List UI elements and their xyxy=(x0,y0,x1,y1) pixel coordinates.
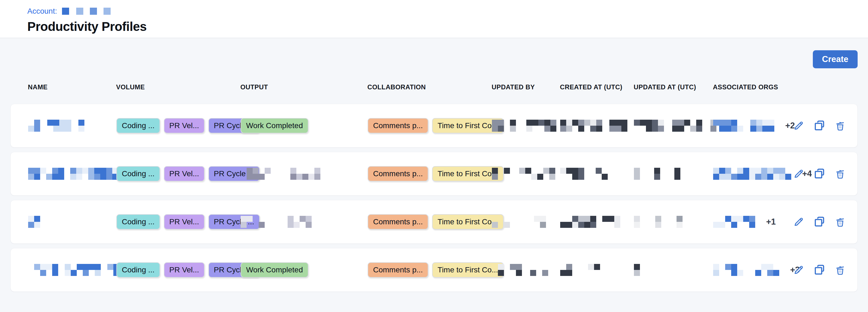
page-header: Account: Productivity Profiles xyxy=(0,0,868,38)
output-cell: Work Completed xyxy=(241,262,368,278)
updated-by-cell xyxy=(492,120,560,132)
updated-at-cell xyxy=(634,264,713,276)
delete-button[interactable] xyxy=(834,119,846,132)
badge-coding: Coding ... xyxy=(116,166,160,181)
table-body: Coding ...PR Vel...PR Cycle ...Work Comp… xyxy=(10,104,858,292)
updated-by-redacted xyxy=(492,120,556,132)
profile-name-link-redacted[interactable] xyxy=(28,216,40,228)
pencil-icon xyxy=(792,263,805,276)
column-header-name: NAME xyxy=(28,83,116,91)
name-cell xyxy=(28,120,116,132)
table-header: NAMEVOLUMEOUTPUTCOLLABORATIONUPDATED BYC… xyxy=(10,83,858,91)
trash-icon xyxy=(834,119,846,132)
badge-coding: Coding ... xyxy=(116,262,160,278)
badge-comments: Comments p... xyxy=(368,118,428,133)
actions-cell xyxy=(783,216,846,228)
created-at-redacted xyxy=(560,120,627,132)
table-row: Coding ...PR Vel...PR Cycle ...Comments … xyxy=(10,200,858,244)
updated-by-redacted xyxy=(492,216,546,228)
associated-orgs-cell: +3 xyxy=(713,264,783,276)
edit-button[interactable] xyxy=(792,167,805,180)
associated-orgs-more-count: +1 xyxy=(766,217,776,227)
badge-comments: Comments p... xyxy=(368,166,428,181)
created-at-redacted xyxy=(560,168,608,180)
updated-at-cell xyxy=(634,168,713,180)
badge-comments: Comments p... xyxy=(368,262,428,278)
actions-cell xyxy=(783,167,846,180)
page-title: Productivity Profiles xyxy=(27,19,868,34)
output-redacted xyxy=(241,168,320,180)
column-header-created-at-utc: CREATED AT (UTC) xyxy=(560,83,634,91)
updated-at-redacted xyxy=(634,168,680,180)
badge-coding: Coding ... xyxy=(116,214,160,229)
associated-orgs-redacted xyxy=(713,120,774,132)
actions-cell xyxy=(783,119,846,132)
copy-icon xyxy=(813,216,826,228)
associated-orgs-cell: +2 xyxy=(713,120,783,132)
delete-button[interactable] xyxy=(834,216,846,228)
profile-name-link-redacted[interactable] xyxy=(28,168,118,180)
updated-at-redacted xyxy=(634,120,716,132)
created-at-cell xyxy=(560,168,634,180)
create-button[interactable]: Create xyxy=(813,50,858,68)
badge-pr-velocity: PR Vel... xyxy=(164,214,205,229)
badge-pr-velocity: PR Vel... xyxy=(164,118,205,133)
updated-at-redacted xyxy=(634,264,640,276)
toolbar: Create xyxy=(10,38,858,68)
updated-by-cell xyxy=(492,264,560,276)
associated-orgs-cell: +1 xyxy=(713,216,783,228)
created-at-cell xyxy=(560,120,634,132)
badge-comments: Comments p... xyxy=(368,214,428,229)
created-at-cell xyxy=(560,216,634,228)
name-cell xyxy=(28,264,116,276)
column-header-volume: VOLUME xyxy=(116,83,240,91)
volume-cell: Coding ...PR Vel...PR Cycle ... xyxy=(116,214,241,229)
edit-button[interactable] xyxy=(792,216,805,228)
duplicate-button[interactable] xyxy=(813,167,826,180)
badge-work-completed: Work Completed xyxy=(241,262,308,278)
trash-icon xyxy=(834,216,846,228)
updated-by-redacted xyxy=(492,168,555,180)
main-content: Create NAMEVOLUMEOUTPUTCOLLABORATIONUPDA… xyxy=(0,38,868,292)
collaboration-cell: Comments p...Time to First Co... xyxy=(368,166,492,181)
badge-work-completed: Work Completed xyxy=(241,118,308,133)
duplicate-button[interactable] xyxy=(813,216,826,228)
edit-button[interactable] xyxy=(792,263,805,276)
associated-orgs-cell: +4 xyxy=(713,168,783,180)
account-link[interactable]: Account: xyxy=(27,7,57,15)
pencil-icon xyxy=(792,167,805,180)
updated-at-cell xyxy=(634,120,713,132)
column-header-collaboration: COLLABORATION xyxy=(367,83,492,91)
name-cell xyxy=(28,168,116,180)
duplicate-button[interactable] xyxy=(813,119,826,132)
copy-icon xyxy=(813,263,826,276)
pencil-icon xyxy=(792,216,805,228)
updated-at-cell xyxy=(634,216,713,228)
output-cell: Work Completed xyxy=(241,118,368,133)
updated-by-cell xyxy=(492,168,560,180)
volume-cell: Coding ...PR Vel...PR Cycle ... xyxy=(116,262,241,278)
badge-pr-velocity: PR Vel... xyxy=(164,166,205,181)
account-name-redacted[interactable] xyxy=(62,8,111,15)
badge-pr-velocity: PR Vel... xyxy=(164,262,205,278)
duplicate-button[interactable] xyxy=(813,263,826,276)
created-at-redacted xyxy=(560,216,620,228)
volume-cell: Coding ...PR Vel...PR Cycle ... xyxy=(116,118,241,133)
associated-orgs-redacted xyxy=(713,216,755,228)
pencil-icon xyxy=(792,119,805,132)
table-row: Coding ...PR Vel...PR Cycle ...Work Comp… xyxy=(10,248,858,292)
delete-button[interactable] xyxy=(834,263,846,276)
profile-name-link-redacted[interactable] xyxy=(28,120,90,132)
collaboration-cell: Comments p...Time to First Co... xyxy=(368,262,492,278)
updated-by-redacted xyxy=(492,264,548,276)
associated-orgs-redacted xyxy=(713,168,791,180)
created-at-cell xyxy=(560,264,634,276)
edit-button[interactable] xyxy=(792,119,805,132)
delete-button[interactable] xyxy=(834,167,846,180)
updated-at-redacted xyxy=(634,216,683,228)
volume-cell: Coding ...PR Vel...PR Cycle ... xyxy=(116,166,241,181)
created-at-redacted xyxy=(560,264,600,276)
table-row: Coding ...PR Vel...PR Cycle ...Comments … xyxy=(10,152,858,196)
output-cell xyxy=(241,216,368,228)
account-breadcrumb: Account: xyxy=(27,6,868,16)
